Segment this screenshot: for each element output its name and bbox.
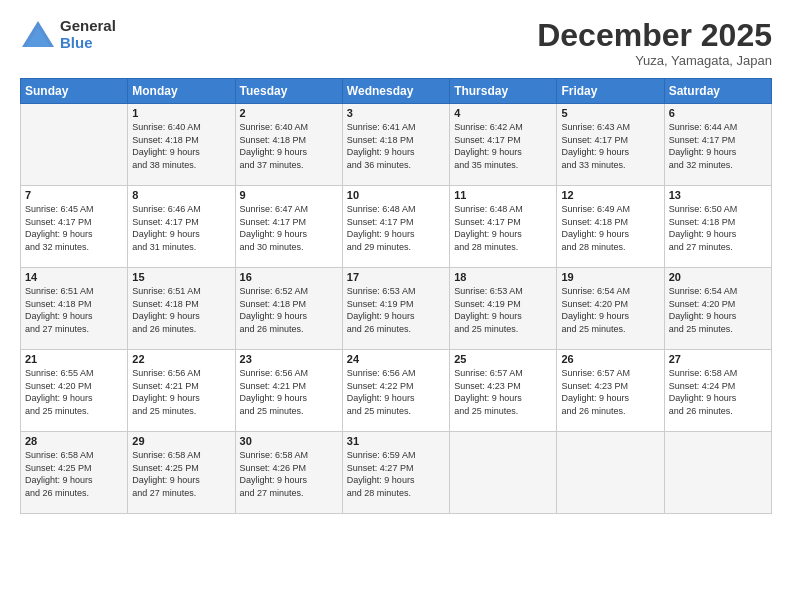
week-row-4: 28Sunrise: 6:58 AM Sunset: 4:25 PM Dayli… xyxy=(21,432,772,514)
day-info: Sunrise: 6:43 AM Sunset: 4:17 PM Dayligh… xyxy=(561,121,659,171)
day-info: Sunrise: 6:58 AM Sunset: 4:25 PM Dayligh… xyxy=(25,449,123,499)
calendar-cell: 2Sunrise: 6:40 AM Sunset: 4:18 PM Daylig… xyxy=(235,104,342,186)
day-info: Sunrise: 6:59 AM Sunset: 4:27 PM Dayligh… xyxy=(347,449,445,499)
weekday-row: SundayMondayTuesdayWednesdayThursdayFrid… xyxy=(21,79,772,104)
calendar-body: 1Sunrise: 6:40 AM Sunset: 4:18 PM Daylig… xyxy=(21,104,772,514)
day-number: 4 xyxy=(454,107,552,119)
day-number: 18 xyxy=(454,271,552,283)
calendar-cell: 1Sunrise: 6:40 AM Sunset: 4:18 PM Daylig… xyxy=(128,104,235,186)
day-number: 11 xyxy=(454,189,552,201)
location: Yuza, Yamagata, Japan xyxy=(537,53,772,68)
day-number: 19 xyxy=(561,271,659,283)
day-info: Sunrise: 6:52 AM Sunset: 4:18 PM Dayligh… xyxy=(240,285,338,335)
calendar-cell: 27Sunrise: 6:58 AM Sunset: 4:24 PM Dayli… xyxy=(664,350,771,432)
day-number: 20 xyxy=(669,271,767,283)
day-number: 30 xyxy=(240,435,338,447)
day-info: Sunrise: 6:56 AM Sunset: 4:22 PM Dayligh… xyxy=(347,367,445,417)
day-info: Sunrise: 6:54 AM Sunset: 4:20 PM Dayligh… xyxy=(561,285,659,335)
calendar-cell: 20Sunrise: 6:54 AM Sunset: 4:20 PM Dayli… xyxy=(664,268,771,350)
calendar-cell: 24Sunrise: 6:56 AM Sunset: 4:22 PM Dayli… xyxy=(342,350,449,432)
week-row-3: 21Sunrise: 6:55 AM Sunset: 4:20 PM Dayli… xyxy=(21,350,772,432)
calendar-cell: 13Sunrise: 6:50 AM Sunset: 4:18 PM Dayli… xyxy=(664,186,771,268)
day-number: 17 xyxy=(347,271,445,283)
day-number: 29 xyxy=(132,435,230,447)
title-block: December 2025 Yuza, Yamagata, Japan xyxy=(537,18,772,68)
calendar-cell: 9Sunrise: 6:47 AM Sunset: 4:17 PM Daylig… xyxy=(235,186,342,268)
calendar-cell: 3Sunrise: 6:41 AM Sunset: 4:18 PM Daylig… xyxy=(342,104,449,186)
logo-icon xyxy=(20,19,56,51)
day-info: Sunrise: 6:56 AM Sunset: 4:21 PM Dayligh… xyxy=(240,367,338,417)
calendar-page: General Blue December 2025 Yuza, Yamagat… xyxy=(0,0,792,612)
day-number: 31 xyxy=(347,435,445,447)
day-number: 23 xyxy=(240,353,338,365)
day-info: Sunrise: 6:53 AM Sunset: 4:19 PM Dayligh… xyxy=(454,285,552,335)
day-number: 5 xyxy=(561,107,659,119)
day-info: Sunrise: 6:51 AM Sunset: 4:18 PM Dayligh… xyxy=(132,285,230,335)
header: General Blue December 2025 Yuza, Yamagat… xyxy=(20,18,772,68)
day-info: Sunrise: 6:50 AM Sunset: 4:18 PM Dayligh… xyxy=(669,203,767,253)
calendar-cell xyxy=(450,432,557,514)
calendar-cell: 26Sunrise: 6:57 AM Sunset: 4:23 PM Dayli… xyxy=(557,350,664,432)
calendar-cell: 14Sunrise: 6:51 AM Sunset: 4:18 PM Dayli… xyxy=(21,268,128,350)
day-info: Sunrise: 6:55 AM Sunset: 4:20 PM Dayligh… xyxy=(25,367,123,417)
calendar-cell: 31Sunrise: 6:59 AM Sunset: 4:27 PM Dayli… xyxy=(342,432,449,514)
day-info: Sunrise: 6:56 AM Sunset: 4:21 PM Dayligh… xyxy=(132,367,230,417)
calendar-cell: 5Sunrise: 6:43 AM Sunset: 4:17 PM Daylig… xyxy=(557,104,664,186)
logo-blue: Blue xyxy=(60,35,116,52)
day-number: 2 xyxy=(240,107,338,119)
day-number: 22 xyxy=(132,353,230,365)
calendar-cell: 22Sunrise: 6:56 AM Sunset: 4:21 PM Dayli… xyxy=(128,350,235,432)
month-title: December 2025 xyxy=(537,18,772,53)
weekday-header-wednesday: Wednesday xyxy=(342,79,449,104)
day-info: Sunrise: 6:48 AM Sunset: 4:17 PM Dayligh… xyxy=(454,203,552,253)
day-info: Sunrise: 6:46 AM Sunset: 4:17 PM Dayligh… xyxy=(132,203,230,253)
weekday-header-saturday: Saturday xyxy=(664,79,771,104)
calendar-cell: 21Sunrise: 6:55 AM Sunset: 4:20 PM Dayli… xyxy=(21,350,128,432)
day-info: Sunrise: 6:44 AM Sunset: 4:17 PM Dayligh… xyxy=(669,121,767,171)
day-info: Sunrise: 6:47 AM Sunset: 4:17 PM Dayligh… xyxy=(240,203,338,253)
day-number: 28 xyxy=(25,435,123,447)
day-number: 16 xyxy=(240,271,338,283)
day-number: 24 xyxy=(347,353,445,365)
calendar-cell: 25Sunrise: 6:57 AM Sunset: 4:23 PM Dayli… xyxy=(450,350,557,432)
day-number: 26 xyxy=(561,353,659,365)
day-number: 10 xyxy=(347,189,445,201)
calendar-cell: 29Sunrise: 6:58 AM Sunset: 4:25 PM Dayli… xyxy=(128,432,235,514)
calendar-cell xyxy=(21,104,128,186)
day-info: Sunrise: 6:53 AM Sunset: 4:19 PM Dayligh… xyxy=(347,285,445,335)
day-info: Sunrise: 6:57 AM Sunset: 4:23 PM Dayligh… xyxy=(454,367,552,417)
day-number: 3 xyxy=(347,107,445,119)
calendar-table: SundayMondayTuesdayWednesdayThursdayFrid… xyxy=(20,78,772,514)
day-number: 7 xyxy=(25,189,123,201)
day-info: Sunrise: 6:40 AM Sunset: 4:18 PM Dayligh… xyxy=(240,121,338,171)
calendar-header: SundayMondayTuesdayWednesdayThursdayFrid… xyxy=(21,79,772,104)
day-number: 14 xyxy=(25,271,123,283)
calendar-cell: 7Sunrise: 6:45 AM Sunset: 4:17 PM Daylig… xyxy=(21,186,128,268)
day-info: Sunrise: 6:54 AM Sunset: 4:20 PM Dayligh… xyxy=(669,285,767,335)
day-info: Sunrise: 6:48 AM Sunset: 4:17 PM Dayligh… xyxy=(347,203,445,253)
calendar-cell: 18Sunrise: 6:53 AM Sunset: 4:19 PM Dayli… xyxy=(450,268,557,350)
day-number: 1 xyxy=(132,107,230,119)
calendar-cell: 12Sunrise: 6:49 AM Sunset: 4:18 PM Dayli… xyxy=(557,186,664,268)
day-number: 6 xyxy=(669,107,767,119)
weekday-header-monday: Monday xyxy=(128,79,235,104)
day-info: Sunrise: 6:41 AM Sunset: 4:18 PM Dayligh… xyxy=(347,121,445,171)
day-info: Sunrise: 6:57 AM Sunset: 4:23 PM Dayligh… xyxy=(561,367,659,417)
day-info: Sunrise: 6:58 AM Sunset: 4:25 PM Dayligh… xyxy=(132,449,230,499)
day-info: Sunrise: 6:42 AM Sunset: 4:17 PM Dayligh… xyxy=(454,121,552,171)
weekday-header-sunday: Sunday xyxy=(21,79,128,104)
calendar-cell: 19Sunrise: 6:54 AM Sunset: 4:20 PM Dayli… xyxy=(557,268,664,350)
weekday-header-friday: Friday xyxy=(557,79,664,104)
logo-text: General Blue xyxy=(60,18,116,51)
calendar-cell xyxy=(557,432,664,514)
week-row-1: 7Sunrise: 6:45 AM Sunset: 4:17 PM Daylig… xyxy=(21,186,772,268)
day-info: Sunrise: 6:40 AM Sunset: 4:18 PM Dayligh… xyxy=(132,121,230,171)
calendar-cell: 15Sunrise: 6:51 AM Sunset: 4:18 PM Dayli… xyxy=(128,268,235,350)
week-row-0: 1Sunrise: 6:40 AM Sunset: 4:18 PM Daylig… xyxy=(21,104,772,186)
day-number: 15 xyxy=(132,271,230,283)
calendar-cell: 11Sunrise: 6:48 AM Sunset: 4:17 PM Dayli… xyxy=(450,186,557,268)
calendar-cell: 17Sunrise: 6:53 AM Sunset: 4:19 PM Dayli… xyxy=(342,268,449,350)
day-info: Sunrise: 6:58 AM Sunset: 4:24 PM Dayligh… xyxy=(669,367,767,417)
calendar-cell: 6Sunrise: 6:44 AM Sunset: 4:17 PM Daylig… xyxy=(664,104,771,186)
logo-general: General xyxy=(60,18,116,35)
